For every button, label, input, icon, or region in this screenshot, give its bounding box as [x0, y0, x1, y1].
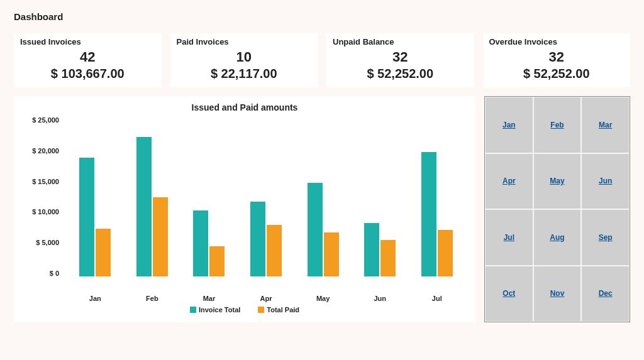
- card-unpaid-balance: Unpaid Balance 32 $ 52,252.00: [326, 33, 474, 87]
- month-cell: Nov: [533, 266, 582, 322]
- card-label: Issued Invoices: [20, 37, 155, 46]
- month-cell: Sep: [581, 209, 630, 266]
- x-tick-label: Jan: [67, 292, 124, 302]
- x-tick-label: Mar: [180, 292, 238, 302]
- bar-invoice-total: [421, 152, 436, 276]
- month-cell: Oct: [485, 266, 533, 322]
- chart-legend: Invoice Total Total Paid: [21, 306, 468, 314]
- bar-invoice-total: [250, 202, 265, 276]
- card-count: 42: [20, 49, 155, 65]
- month-link-jul[interactable]: Jul: [504, 233, 514, 242]
- bar-group: [294, 116, 352, 276]
- bar-invoice-total: [136, 137, 152, 276]
- card-amount: $ 103,667.00: [20, 67, 155, 81]
- month-link-jan[interactable]: Jan: [502, 121, 516, 129]
- month-link-oct[interactable]: Oct: [502, 289, 515, 298]
- legend-item-invoice-total: Invoice Total: [190, 306, 240, 314]
- bar-total-paid: [209, 246, 225, 276]
- y-tick-label: $ 15,000: [21, 178, 59, 185]
- card-issued-invoices: Issued Invoices 42 $ 103,667.00: [14, 33, 162, 87]
- card-paid-invoices: Paid Invoices 10 $ 22,117.00: [170, 33, 318, 87]
- card-amount: $ 22,117.00: [177, 67, 312, 81]
- month-link-dec[interactable]: Dec: [599, 289, 613, 298]
- legend-label: Invoice Total: [199, 306, 240, 314]
- month-link-nov[interactable]: Nov: [550, 289, 565, 298]
- bar-invoice-total: [193, 210, 208, 276]
- month-link-mar[interactable]: Mar: [599, 121, 612, 129]
- bar-total-paid: [96, 229, 111, 276]
- card-amount: $ 52,252.00: [489, 67, 625, 81]
- month-cell: Jun: [581, 153, 630, 210]
- card-count: 32: [489, 49, 625, 65]
- bar-invoice-total: [364, 223, 379, 276]
- card-label: Overdue Invoices: [489, 37, 625, 46]
- chart-panel: Issued and Paid amounts $ 25,000$ 20,000…: [14, 96, 475, 322]
- month-cell: May: [533, 153, 582, 210]
- month-cell: Dec: [581, 266, 630, 322]
- month-link-apr[interactable]: Apr: [502, 177, 516, 185]
- bar-total-paid: [324, 232, 339, 276]
- x-tick-label: Jul: [408, 292, 465, 302]
- y-tick-label: $ 0: [21, 270, 59, 277]
- bar-group: [238, 116, 295, 276]
- chart-y-axis: $ 25,000$ 20,000$ 15,000$ 10,000$ 5,000$…: [21, 116, 64, 277]
- month-link-may[interactable]: May: [550, 177, 564, 185]
- legend-swatch-icon: [258, 307, 264, 313]
- month-filter-grid: JanFebMarAprMayJunJulAugSepOctNovDec: [484, 96, 630, 322]
- bar-group: [67, 116, 124, 276]
- month-cell: Aug: [533, 209, 582, 266]
- x-tick-label: Feb: [124, 292, 181, 302]
- legend-swatch-icon: [190, 307, 196, 313]
- month-link-feb[interactable]: Feb: [550, 121, 564, 129]
- y-tick-label: $ 25,000: [21, 116, 59, 124]
- bar-invoice-total: [308, 183, 323, 277]
- legend-label: Total Paid: [267, 306, 299, 314]
- month-link-sep[interactable]: Sep: [599, 233, 613, 242]
- card-label: Unpaid Balance: [333, 37, 468, 46]
- card-amount: $ 52,252.00: [333, 67, 468, 81]
- bar-total-paid: [380, 240, 396, 276]
- bar-total-paid: [267, 225, 282, 276]
- y-tick-label: $ 5,000: [21, 239, 59, 246]
- card-label: Paid Invoices: [177, 37, 312, 46]
- x-tick-label: Jun: [352, 292, 409, 302]
- x-tick-label: May: [294, 292, 352, 302]
- page-title: Dashboard: [14, 11, 630, 22]
- bar-group: [124, 116, 181, 276]
- card-count: 10: [177, 49, 312, 65]
- y-tick-label: $ 10,000: [21, 208, 59, 215]
- bar-invoice-total: [79, 158, 94, 276]
- month-cell: Jul: [485, 209, 533, 266]
- summary-cards: Issued Invoices 42 $ 103,667.00 Paid Inv…: [14, 33, 630, 87]
- month-link-jun[interactable]: Jun: [599, 177, 612, 185]
- chart-title: Issued and Paid amounts: [21, 102, 468, 112]
- card-count: 32: [333, 49, 468, 65]
- month-cell: Feb: [533, 97, 582, 153]
- x-tick-label: Apr: [238, 292, 295, 302]
- month-cell: Jan: [485, 97, 533, 153]
- bar-total-paid: [438, 230, 453, 276]
- chart-plot-area: [64, 116, 468, 277]
- bar-total-paid: [153, 197, 168, 276]
- chart-x-axis: JanFebMarAprMayJunJul: [64, 292, 468, 302]
- card-overdue-invoices: Overdue Invoices 32 $ 52,252.00: [483, 33, 631, 87]
- month-link-aug[interactable]: Aug: [550, 233, 564, 242]
- bar-group: [352, 116, 409, 276]
- bar-group: [180, 116, 238, 276]
- y-tick-label: $ 20,000: [21, 147, 59, 155]
- bar-group: [408, 116, 465, 276]
- legend-item-total-paid: Total Paid: [258, 306, 299, 314]
- month-cell: Mar: [581, 97, 630, 153]
- month-cell: Apr: [485, 153, 533, 210]
